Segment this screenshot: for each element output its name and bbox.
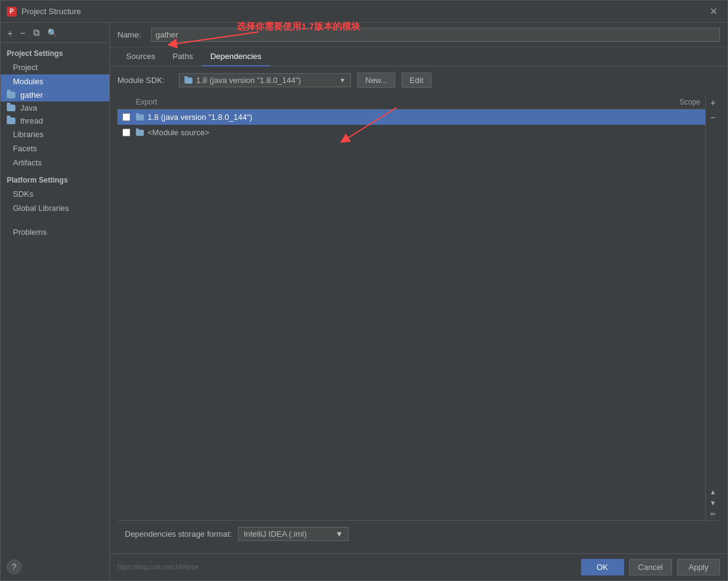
tabs-row: Sources Paths Dependencies bbox=[110, 47, 727, 66]
dep-row-module-source-label: <Module source> bbox=[136, 128, 647, 137]
main-content: + − ⧉ 🔍 Project Settings Project Modules… bbox=[1, 23, 727, 580]
dep-table: Export Scope 1.8 (java version bbox=[117, 95, 705, 520]
sdk-value: 1.8 (java version "1.8.0_144") bbox=[196, 76, 336, 85]
sdk-dropdown-arrow: ▼ bbox=[339, 77, 346, 84]
dep-row-module-source[interactable]: <Module source> bbox=[117, 125, 705, 140]
sidebar-item-modules[interactable]: Modules bbox=[1, 74, 109, 89]
project-settings-label: Project Settings bbox=[1, 43, 109, 60]
dep-scroll-up-button[interactable]: ▲ bbox=[706, 486, 720, 497]
name-input[interactable] bbox=[151, 28, 720, 42]
apply-button[interactable]: Apply bbox=[677, 559, 720, 575]
sidebar-item-artifacts[interactable]: Artifacts bbox=[1, 156, 109, 170]
storage-value: IntelliJ IDEA (.iml) bbox=[243, 529, 330, 539]
window-title: Project Structure bbox=[22, 7, 706, 16]
dep-checkbox-module-source[interactable] bbox=[122, 128, 130, 136]
search-button[interactable]: 🔍 bbox=[44, 26, 60, 39]
tab-sources[interactable]: Sources bbox=[117, 47, 164, 66]
sdk-label: Module SDK: bbox=[117, 76, 173, 85]
sidebar-item-project[interactable]: Project bbox=[1, 60, 109, 74]
remove-module-button[interactable]: − bbox=[17, 26, 29, 40]
tab-dependencies[interactable]: Dependencies bbox=[202, 47, 270, 66]
module-sdk-row: Module SDK: 1.8 (java version "1.8.0_144… bbox=[117, 73, 720, 88]
sidebar-module-java[interactable]: Java bbox=[1, 101, 109, 114]
cancel-button[interactable]: Cancel bbox=[629, 559, 672, 575]
title-bar: P Project Structure ✕ bbox=[1, 1, 727, 23]
help-button[interactable]: ? bbox=[7, 559, 22, 574]
dep-row-sdk-label: 1.8 (java version "1.8.0_144") bbox=[136, 113, 647, 122]
dep-checkbox-sdk[interactable] bbox=[122, 113, 130, 121]
dep-row-sdk[interactable]: 1.8 (java version "1.8.0_144") bbox=[117, 109, 705, 125]
dep-table-wrapper: Export Scope 1.8 (java version bbox=[117, 95, 720, 520]
dep-table-actions: + − ▲ ▼ ✏ bbox=[705, 95, 720, 520]
folder-icon bbox=[7, 105, 15, 111]
header-scope: Scope bbox=[651, 98, 700, 106]
right-panel: Name: Sources Paths Dependencies bbox=[110, 23, 727, 580]
storage-dropdown-arrow: ▼ bbox=[335, 529, 343, 539]
sidebar-module-gather[interactable]: gather bbox=[1, 89, 109, 101]
sidebar-item-facets[interactable]: Facets bbox=[1, 141, 109, 156]
platform-settings-label: Platform Settings bbox=[1, 170, 109, 187]
dep-table-header: Export Scope bbox=[117, 95, 705, 109]
storage-dropdown[interactable]: IntelliJ IDEA (.iml) ▼ bbox=[238, 527, 349, 541]
dep-add-button[interactable]: + bbox=[706, 95, 720, 110]
sidebar-item-global-libraries[interactable]: Global Libraries bbox=[1, 201, 109, 215]
sidebar: + − ⧉ 🔍 Project Settings Project Modules… bbox=[1, 23, 110, 580]
header-export: Export bbox=[136, 98, 651, 106]
name-label: Name: bbox=[117, 30, 145, 39]
sidebar-module-thread[interactable]: thread bbox=[1, 114, 109, 127]
sdk-dropdown[interactable]: 1.8 (java version "1.8.0_144") ▼ bbox=[179, 73, 351, 87]
sdk-dep-folder-icon bbox=[136, 114, 144, 121]
close-button[interactable]: ✕ bbox=[706, 4, 721, 18]
dep-scroll-down-button[interactable]: ▼ bbox=[706, 497, 720, 508]
name-row: Name: bbox=[110, 23, 727, 47]
new-sdk-button[interactable]: New... bbox=[357, 73, 395, 88]
add-module-button[interactable]: + bbox=[4, 26, 16, 40]
copy-module-button[interactable]: ⧉ bbox=[30, 25, 43, 40]
storage-format-label: Dependencies storage format: bbox=[125, 529, 232, 539]
storage-format-row: Dependencies storage format: IntelliJ ID… bbox=[117, 520, 720, 547]
sdk-folder-icon bbox=[184, 77, 192, 84]
bottom-bar: https://blog.csdn.net/JiANtype OK Cancel… bbox=[110, 553, 727, 580]
watermark-link: https://blog.csdn.net/JiANtype bbox=[117, 564, 199, 571]
edit-sdk-button[interactable]: Edit bbox=[402, 73, 431, 88]
ok-button[interactable]: OK bbox=[581, 559, 624, 575]
app-icon: P bbox=[7, 7, 17, 17]
folder-icon bbox=[7, 117, 15, 124]
module-source-folder-icon bbox=[136, 130, 144, 136]
dependencies-panel: Module SDK: 1.8 (java version "1.8.0_144… bbox=[110, 66, 727, 553]
dep-edit-button[interactable]: ✏ bbox=[706, 508, 720, 520]
tab-paths[interactable]: Paths bbox=[164, 47, 202, 66]
sidebar-toolbar: + − ⧉ 🔍 bbox=[1, 23, 109, 43]
dep-remove-button[interactable]: − bbox=[706, 110, 720, 125]
sidebar-item-problems[interactable]: Problems bbox=[1, 225, 109, 239]
sidebar-item-sdks[interactable]: SDKs bbox=[1, 187, 109, 201]
sidebar-item-libraries[interactable]: Libraries bbox=[1, 127, 109, 141]
folder-icon bbox=[7, 92, 15, 98]
